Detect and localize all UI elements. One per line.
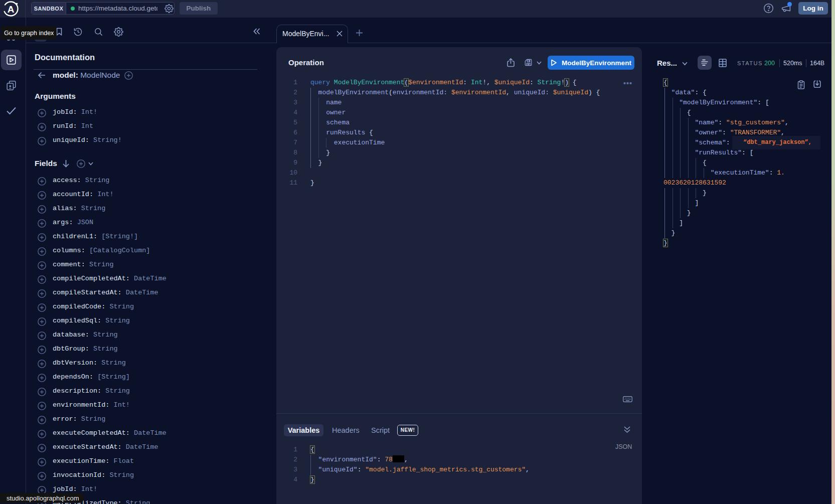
svg-text:A: A (8, 4, 15, 15)
